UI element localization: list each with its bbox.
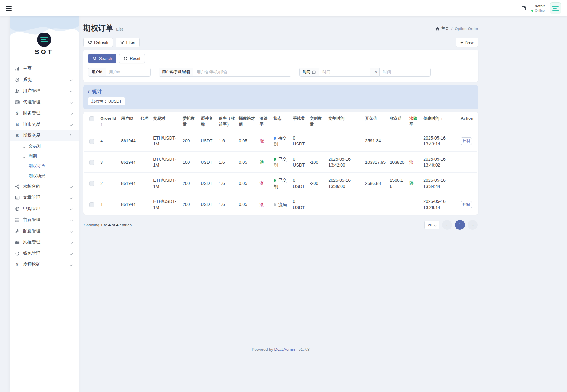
sidebar-item-9[interactable]: 文章管理	[10, 192, 79, 203]
sort-arrow-icon[interactable]: ↑	[100, 122, 102, 127]
next-page-button[interactable]: ›	[468, 220, 478, 230]
sidebar-subitem[interactable]: 交易对	[10, 141, 79, 151]
cell-action: 控制	[459, 194, 477, 215]
cell-direction: 涨	[258, 131, 272, 152]
cell-open-price: 2586.88	[363, 173, 388, 194]
chevron-icon	[70, 229, 73, 233]
sidebar-item-3[interactable]: 用户管理	[10, 85, 79, 96]
column-header: 收盘价	[388, 112, 407, 131]
breadcrumb-home-link[interactable]: 主页	[435, 26, 449, 31]
cell-action	[459, 173, 477, 194]
time-label: 时间	[299, 68, 319, 77]
sidebar-item-label: 配置管理	[23, 228, 40, 234]
circle-bullet-icon	[23, 175, 25, 177]
sidebar-item-15[interactable]: ¥质押挖矿	[10, 259, 79, 270]
cell-coin: USDT	[199, 173, 217, 194]
id-card-icon	[15, 100, 20, 105]
column-header: 币种名称	[199, 112, 217, 131]
user-menu[interactable]: sotbit Online	[531, 4, 545, 13]
sidebar-subitem[interactable]: 周期	[10, 151, 79, 161]
sidebar-item-label: 风控管理	[23, 239, 40, 245]
chevron-icon	[70, 252, 73, 255]
cell-user-id: 861944	[119, 131, 138, 152]
table-row: 2861944ETH/USDT-1M200USDT1.60.05涨 已交割0 U…	[84, 173, 477, 194]
cell-pair: ETH/USDT-1M	[151, 173, 181, 194]
sidebar-subitem[interactable]: 期权订单	[10, 161, 79, 171]
status-dot-icon	[274, 203, 276, 206]
filter-user: 用户名/手机/邮箱	[159, 68, 292, 77]
dcat-admin-link[interactable]: Dcat Admin	[274, 347, 295, 352]
reset-button[interactable]: Reset	[119, 54, 145, 63]
sidebar-item-13[interactable]: 风控管理	[10, 237, 79, 248]
row-checkbox[interactable]	[89, 181, 94, 186]
cell-settle-amount	[308, 194, 326, 215]
column-header: 交割时间	[326, 112, 363, 131]
sidebar-item-10[interactable]: 申购管理	[10, 203, 79, 214]
cell-coin: USDT	[199, 152, 217, 173]
sidebar-item-8[interactable]: 永续合约	[10, 181, 79, 192]
sidebar-item-label: 系统	[23, 77, 32, 82]
column-header: Action	[459, 112, 477, 131]
control-button[interactable]: 控制	[461, 201, 472, 208]
row-checkbox[interactable]	[89, 160, 94, 165]
cell-created-at: 2025-05-16 13:40:02	[421, 152, 459, 173]
refresh-button[interactable]: Refresh	[83, 38, 113, 47]
sidebar-subitem-label: 交易对	[29, 143, 41, 149]
prev-page-button[interactable]: ‹	[442, 220, 452, 230]
row-checkbox[interactable]	[89, 202, 94, 207]
sidebar-subitem[interactable]: 期权场景	[10, 171, 79, 181]
hamburger-menu-icon[interactable]	[6, 6, 12, 11]
time-end-input[interactable]	[379, 68, 431, 77]
search-button[interactable]: Search	[88, 54, 116, 63]
column-header: 委托数量	[181, 112, 199, 131]
select-all-checkbox[interactable]	[89, 116, 94, 121]
circle-bullet-icon	[23, 155, 25, 158]
user-input[interactable]	[193, 68, 291, 77]
cell-status: 已交割	[272, 173, 291, 194]
brand-logo-icon	[37, 33, 51, 47]
user-name: sotbit	[531, 4, 545, 9]
filter-button[interactable]: Filter	[116, 38, 140, 47]
sidebar-item-5[interactable]: $财务管理	[10, 108, 79, 119]
sidebar-item-2[interactable]: 系统	[10, 74, 79, 85]
sidebar-item-7[interactable]: Ƀ期权交易	[10, 130, 79, 141]
sidebar-item-6[interactable]: B币币交易	[10, 119, 79, 130]
sidebar-item-11[interactable]: 首页管理	[10, 214, 79, 225]
user-status: Online	[531, 9, 545, 13]
sidebar-menu: 主页系统用户管理代理管理$财务管理B币币交易Ƀ期权交易交易对周期期权订单期权场景…	[10, 63, 79, 270]
cell-open-price: 2591.34	[363, 131, 388, 152]
new-button[interactable]: + New	[456, 38, 478, 47]
user-id-input[interactable]	[106, 68, 151, 77]
column-header: Order Id ↑	[98, 112, 119, 131]
circle-bullet-icon	[23, 165, 25, 167]
dark-mode-toggle-icon[interactable]	[520, 5, 527, 11]
column-header: 赔率（收益率）	[217, 112, 237, 131]
info-icon: i	[88, 89, 89, 94]
user-avatar[interactable]	[550, 2, 561, 14]
column-header: 涨跌平	[407, 112, 421, 131]
sidebar-item-12[interactable]: 配置管理	[10, 225, 79, 237]
sidebar-item-label: 主页	[23, 66, 32, 71]
cell-status: 流局	[272, 194, 291, 215]
user-id-label: 用户Id	[88, 68, 106, 77]
sort-arrow-icon[interactable]: ↑	[439, 116, 442, 121]
column-header: 交割数量	[308, 112, 326, 131]
dollar-icon: $	[15, 111, 20, 116]
cell-settle-time	[326, 131, 363, 152]
control-button[interactable]: 控制	[461, 137, 472, 145]
time-start-input[interactable]	[319, 68, 370, 77]
cell-close-price	[388, 131, 407, 152]
sidebar-item-4[interactable]: 代理管理	[10, 96, 79, 108]
current-page[interactable]: 1	[455, 220, 465, 230]
search-panel: Search Reset 用户Id 用户名/手机/邮箱	[83, 50, 478, 82]
cell-action: 控制	[459, 131, 477, 152]
page-size-select[interactable]: 20	[424, 220, 439, 229]
article-icon	[15, 195, 20, 200]
cell-pair: ETH/USDT-1M	[151, 131, 181, 152]
row-checkbox[interactable]	[89, 139, 94, 144]
refresh-icon	[88, 40, 92, 44]
sidebar-item-14[interactable]: 钱包管理	[10, 248, 79, 259]
chevron-icon	[70, 134, 73, 137]
sidebar-item-1[interactable]: 主页	[10, 63, 79, 74]
cell-coin: USDT	[199, 131, 217, 152]
